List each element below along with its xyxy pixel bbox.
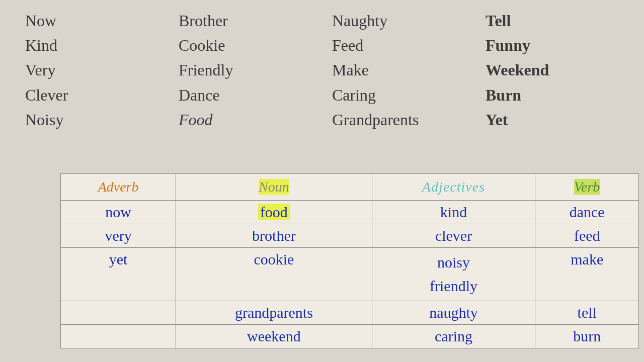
adverb-cell: yet bbox=[61, 248, 176, 301]
top-word: Tell bbox=[486, 10, 619, 32]
top-word: Grandparents bbox=[332, 109, 465, 131]
adverb-cell bbox=[61, 325, 176, 348]
adjective-cell: naughty bbox=[372, 301, 535, 325]
top-word: Funny bbox=[486, 35, 619, 56]
noun-cell: brother bbox=[176, 224, 372, 248]
adjective-cell: kind bbox=[372, 201, 535, 224]
header-adverb: Adverb bbox=[61, 174, 176, 201]
top-word: Now bbox=[25, 10, 158, 32]
top-word: Brother bbox=[179, 10, 312, 32]
table-row: now food kind dance bbox=[61, 201, 639, 224]
noun-cell: grandparents bbox=[176, 301, 372, 325]
verb-cell: dance bbox=[535, 201, 639, 224]
top-word: Kind bbox=[25, 35, 158, 56]
verb-cell: feed bbox=[535, 224, 639, 248]
adverb-cell: very bbox=[61, 224, 176, 248]
top-word: Cookie bbox=[179, 35, 312, 56]
top-col3: Naughty Feed Make Caring Grandparents bbox=[322, 5, 475, 136]
noun-cell: cookie bbox=[176, 248, 372, 301]
top-col1: Now Kind Very Clever Noisy bbox=[15, 5, 169, 136]
top-word: Friendly bbox=[179, 59, 312, 81]
top-word-list: Now Kind Very Clever Noisy Brother Cooki… bbox=[0, 0, 644, 136]
table-row: grandparents naughty tell bbox=[61, 301, 639, 325]
top-word: Noisy bbox=[25, 109, 158, 131]
adjective-cell: noisy friendly bbox=[372, 248, 535, 301]
word-category-table: Adverb Noun Adjectives Verb now food kin… bbox=[60, 173, 639, 362]
verb-cell: burn bbox=[535, 325, 639, 348]
header-adjectives: Adjectives bbox=[372, 174, 535, 201]
top-col4: Tell Funny Weekend Burn Yet bbox=[475, 5, 629, 136]
header-noun: Noun bbox=[176, 174, 372, 201]
top-word: Feed bbox=[332, 35, 465, 56]
noun-cell: food bbox=[176, 201, 372, 224]
top-word: Make bbox=[332, 59, 465, 81]
adverb-cell: now bbox=[61, 201, 176, 224]
table-row: weekend caring burn bbox=[61, 325, 639, 348]
noun-cell: weekend bbox=[176, 325, 372, 348]
header-verb: Verb bbox=[535, 174, 639, 201]
top-word: Dance bbox=[179, 84, 312, 106]
verb-cell: make bbox=[535, 248, 639, 301]
verb-cell: tell bbox=[535, 301, 639, 325]
adjective-cell: caring bbox=[372, 325, 535, 348]
adjective-cell: clever bbox=[372, 224, 535, 248]
table-row: very brother clever feed bbox=[61, 224, 639, 248]
top-word: Very bbox=[25, 59, 158, 81]
top-word: Clever bbox=[25, 84, 158, 106]
top-col2: Brother Cookie Friendly Dance Food bbox=[169, 5, 322, 136]
top-word: Weekend bbox=[486, 59, 619, 81]
top-word: Burn bbox=[486, 84, 619, 106]
top-word-italic: Food bbox=[179, 109, 312, 131]
top-word: Yet bbox=[486, 109, 619, 131]
adverb-cell bbox=[61, 301, 176, 325]
table-row: yet cookie noisy friendly make bbox=[61, 248, 639, 301]
top-word: Caring bbox=[332, 84, 465, 106]
top-word: Naughty bbox=[332, 10, 465, 32]
